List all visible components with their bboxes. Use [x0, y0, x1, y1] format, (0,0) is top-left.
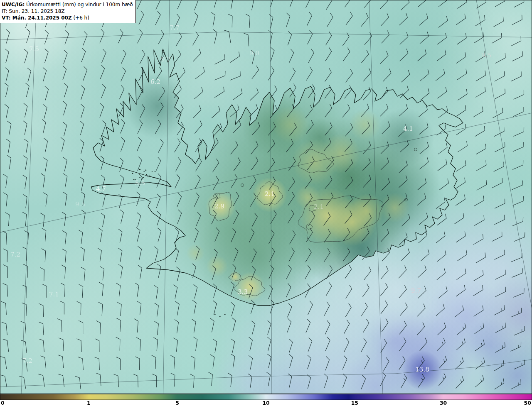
init-time: IT: Sun. 23. 11. 2025 18Z: [2, 8, 133, 15]
colorbar-tick-label: 30: [440, 400, 447, 406]
colorbar-tick-label: 10: [262, 400, 269, 406]
valid-time: VT: Mán. 24.11.2025 00Z: [2, 15, 72, 21]
colorbar-tick-label: 15: [351, 400, 358, 406]
colorbar-tick-row: 01510153050: [0, 400, 532, 406]
colorbar-tick-label: 50: [524, 400, 531, 406]
lead-time: (+6 h): [72, 15, 89, 21]
forecast-header: UWC/IG: Úrkomumætti (mm) og vindur i 100…: [0, 0, 136, 23]
product-label: UWC/IG:: [2, 2, 25, 7]
colorbar-tick-label: 5: [175, 400, 179, 406]
valid-time-line: VT: Mán. 24.11.2025 00Z (+6 h): [2, 15, 133, 21]
map-canvas: [0, 0, 532, 406]
weather-map: 7.57.79.76.29.09.54.15.54.79.52.92.12.17…: [0, 0, 532, 406]
colorbar-tick-label: 0: [1, 400, 5, 406]
product-title-line: UWC/IG: Úrkomumætti (mm) og vindur i 100…: [2, 1, 133, 8]
colorbar-tick-label: 1: [87, 400, 91, 406]
product-title: Úrkomumætti (mm) og vindur i 100m hæð: [25, 2, 133, 7]
